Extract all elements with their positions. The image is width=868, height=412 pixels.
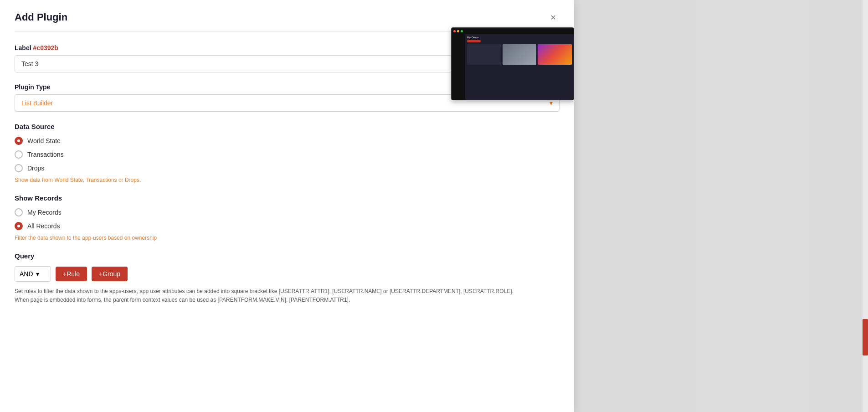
radio-item-world-state[interactable]: World State <box>15 137 560 145</box>
radio-label-drops: Drops <box>27 165 44 172</box>
show-records-radio-group: My Records All Records <box>15 208 560 230</box>
thumb-card-2 <box>503 44 537 65</box>
and-chevron-icon: ▾ <box>36 270 39 278</box>
thumb-dot-red <box>453 30 456 32</box>
query-help-line2: When page is embedded into forms, the pa… <box>15 297 350 303</box>
query-help-line1: Set rules to filter the data shown to th… <box>15 288 514 294</box>
query-section: Query AND ▾ +Rule +Group Set rules to fi… <box>15 252 560 304</box>
thumb-title: My Drops <box>467 36 572 39</box>
radio-item-all-records[interactable]: All Records <box>15 222 560 230</box>
add-plugin-modal: Add Plugin × Label #c0392b Plugin Type L… <box>0 0 574 412</box>
screenshot-thumbnail: My Drops <box>451 27 574 100</box>
radio-transactions[interactable] <box>15 150 23 159</box>
query-title: Query <box>15 252 560 260</box>
thumb-grid <box>467 44 572 65</box>
radio-drops[interactable] <box>15 164 23 172</box>
add-group-button[interactable]: +Group <box>92 267 128 281</box>
add-rule-button[interactable]: +Rule <box>56 267 87 281</box>
radio-label-my-records: My Records <box>27 209 62 216</box>
radio-my-records[interactable] <box>15 208 23 216</box>
and-label: AND <box>20 270 33 278</box>
data-source-radio-group: World State Transactions Drops <box>15 137 560 172</box>
show-records-title: Show Records <box>15 194 560 202</box>
thumb-topbar <box>452 28 574 34</box>
data-source-section: Data Source World State Transactions Dro… <box>15 123 560 183</box>
thumb-card-1 <box>467 44 501 65</box>
thumb-dot-yellow <box>457 30 459 32</box>
scrollbar[interactable] <box>863 0 868 412</box>
radio-all-records[interactable] <box>15 222 23 230</box>
query-controls: AND ▾ +Rule +Group <box>15 266 560 282</box>
and-select[interactable]: AND ▾ <box>15 266 51 282</box>
show-records-section: Show Records My Records All Records Filt… <box>15 194 560 241</box>
radio-item-drops[interactable]: Drops <box>15 164 560 172</box>
radio-world-state[interactable] <box>15 137 23 145</box>
modal-overlay: Add Plugin × Label #c0392b Plugin Type L… <box>0 0 868 412</box>
data-source-hint: Show data from World State, Transactions… <box>15 177 560 183</box>
query-help-text: Set rules to filter the data shown to th… <box>15 287 560 304</box>
thumb-main-area: My Drops <box>465 34 574 100</box>
radio-label-world-state: World State <box>27 137 61 144</box>
required-star: #c0392b <box>33 44 58 52</box>
thumb-card-3 <box>538 44 572 65</box>
thumb-dot-green <box>461 30 463 32</box>
thumb-content: My Drops <box>452 28 574 100</box>
chevron-down-icon: ▾ <box>550 99 553 107</box>
thumb-red-bar <box>467 40 481 42</box>
thumb-sidebar <box>452 34 465 100</box>
scrollbar-thumb[interactable] <box>863 319 868 355</box>
thumb-body: My Drops <box>452 34 574 100</box>
close-button[interactable]: × <box>547 11 560 24</box>
radio-item-transactions[interactable]: Transactions <box>15 150 560 159</box>
show-records-hint: Filter the data shown to the app-users b… <box>15 235 560 241</box>
modal-title: Add Plugin <box>15 11 67 23</box>
radio-label-all-records: All Records <box>27 222 60 230</box>
radio-item-my-records[interactable]: My Records <box>15 208 560 216</box>
data-source-title: Data Source <box>15 123 560 130</box>
radio-label-transactions: Transactions <box>27 151 64 158</box>
plugin-type-value: List Builder <box>21 99 53 107</box>
